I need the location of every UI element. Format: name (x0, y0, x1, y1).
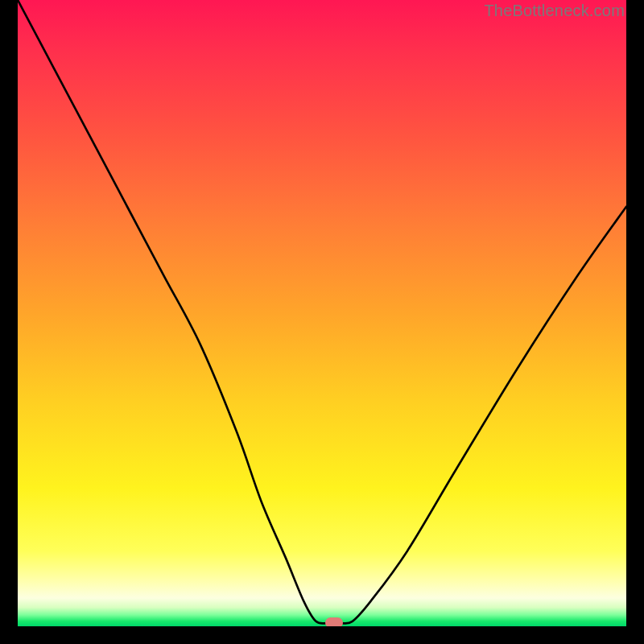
plot-area (18, 0, 626, 626)
minimum-marker (325, 617, 343, 626)
bottleneck-curve (18, 0, 626, 623)
chart-stage: TheBottleneck.com (0, 0, 644, 644)
curve-svg (18, 0, 626, 626)
watermark-text: TheBottleneck.com (484, 2, 625, 20)
